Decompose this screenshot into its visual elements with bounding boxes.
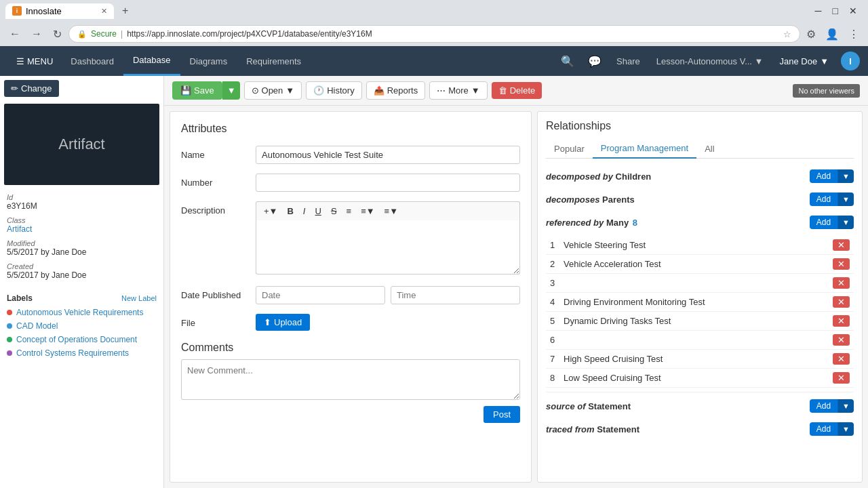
add-parents-dropdown[interactable]: ▼	[837, 192, 854, 206]
tab-popular[interactable]: Popular	[546, 139, 593, 158]
strikethrough-button[interactable]: S	[328, 205, 340, 218]
name-input[interactable]	[256, 146, 520, 164]
remove-item-button[interactable]: ✕	[833, 353, 850, 365]
list-item[interactable]: Control Systems Requirements	[0, 346, 163, 360]
item-number: 5	[550, 316, 561, 326]
reports-button[interactable]: 📤 Reports	[366, 81, 426, 100]
item-number: 6	[550, 335, 561, 345]
label-text: Concept of Operations Document	[16, 335, 137, 344]
description-input[interactable]	[256, 220, 520, 274]
table-row[interactable]: 3 ✕	[546, 274, 854, 293]
label-dot	[7, 350, 12, 356]
add-parents-button[interactable]: Add	[810, 192, 837, 206]
add-children-dropdown[interactable]: ▼	[837, 169, 854, 183]
remove-item-button[interactable]: ✕	[833, 296, 850, 308]
item-number: 3	[550, 278, 561, 288]
nav-requirements[interactable]: Requirements	[237, 46, 311, 76]
remove-item-button[interactable]: ✕	[833, 277, 850, 289]
tab-all[interactable]: All	[696, 139, 722, 158]
reports-icon: 📤	[374, 85, 384, 96]
new-label-button[interactable]: New Label	[121, 294, 157, 302]
align-button[interactable]: ≡▼	[357, 205, 378, 218]
profile-button[interactable]: 👤	[822, 26, 842, 42]
decomposes-section: decomposes Parents Add ▼	[546, 190, 854, 209]
table-row[interactable]: 6 ✕	[546, 331, 854, 350]
table-row[interactable]: 7 High Speed Cruising Test ✕	[546, 350, 854, 369]
date-input[interactable]	[256, 286, 385, 304]
remove-item-button[interactable]: ✕	[833, 315, 850, 327]
open-icon: ⊙	[252, 85, 259, 96]
menu-button[interactable]: ☰ MENU	[8, 46, 61, 76]
italic-button[interactable]: I	[300, 205, 309, 218]
table-row[interactable]: 4 Driving Environment Monitoring Test ✕	[546, 293, 854, 312]
number-input[interactable]	[256, 174, 520, 192]
close-button[interactable]: ✕	[844, 4, 863, 18]
table-row[interactable]: 1 Vehicle Steering Test ✕	[546, 236, 854, 255]
time-input[interactable]	[391, 286, 520, 304]
user-dropdown[interactable]: Jane Doe ▼	[772, 54, 835, 69]
add-source-button[interactable]: Add	[810, 399, 837, 413]
label-text: Autonomous Vehicle Requirements	[16, 308, 143, 317]
add-source-dropdown[interactable]: ▼	[837, 399, 854, 413]
menu-button[interactable]: ⋮	[845, 26, 863, 42]
chevron-down-icon: ▼	[755, 56, 764, 66]
file-field-row: File ⬆ Upload	[181, 314, 520, 331]
table-row[interactable]: 5 Dynamic Driving Tasks Test ✕	[546, 312, 854, 331]
remove-item-button[interactable]: ✕	[833, 372, 850, 384]
list-item[interactable]: Concept of Operations Document	[0, 333, 163, 346]
post-button[interactable]: Post	[484, 406, 520, 423]
search-button[interactable]: 🔍	[555, 52, 580, 70]
address-bar[interactable]: 🔒 Secure | https://app.innoslate.com/pro…	[68, 25, 800, 43]
remove-item-button[interactable]: ✕	[833, 258, 850, 270]
project-dropdown[interactable]: Lesson-Autonomous V... ▼	[650, 54, 770, 69]
delete-button[interactable]: 🗑 Delete	[492, 82, 542, 99]
tab-program-management[interactable]: Program Management	[593, 139, 696, 159]
history-button[interactable]: 🕐 History	[306, 81, 361, 100]
chat-button[interactable]: 💬	[583, 52, 607, 70]
underline-button[interactable]: U	[311, 205, 324, 218]
nav-dashboard[interactable]: Dashboard	[61, 46, 123, 76]
add-traced-dropdown[interactable]: ▼	[837, 422, 854, 436]
remove-item-button[interactable]: ✕	[833, 334, 850, 346]
new-tab-button[interactable]: +	[118, 3, 132, 18]
share-button[interactable]: Share	[610, 54, 647, 69]
item-text: High Speed Cruising Test	[564, 354, 833, 364]
bookmark-icon[interactable]: ☆	[783, 29, 791, 39]
name-label: Name	[181, 146, 256, 160]
browser-tab[interactable]: i Innoslate ✕	[5, 3, 114, 19]
add-children-button[interactable]: Add	[810, 169, 837, 183]
list-button[interactable]: ≡	[343, 205, 355, 218]
indent-button[interactable]: ≡▼	[381, 205, 401, 218]
open-button[interactable]: ⊙ Open ▼	[244, 81, 302, 100]
forward-button[interactable]: →	[27, 26, 46, 41]
refresh-button[interactable]: ↻	[49, 26, 66, 42]
table-row[interactable]: 8 Low Speed Cruising Test ✕	[546, 369, 854, 388]
extensions-button[interactable]: ⚙	[803, 26, 819, 42]
nav-database[interactable]: Database	[123, 46, 180, 76]
minimize-button[interactable]: ─	[810, 4, 827, 18]
tab-close-icon[interactable]: ✕	[101, 7, 107, 16]
add-referenced-dropdown[interactable]: ▼	[837, 216, 854, 229]
save-dropdown-button[interactable]: ▼	[222, 81, 240, 100]
back-button[interactable]: ←	[5, 26, 24, 41]
maximize-button[interactable]: □	[827, 4, 844, 18]
top-nav: ☰ MENU Dashboard Database Diagrams Requi…	[0, 46, 868, 76]
remove-item-button[interactable]: ✕	[833, 239, 850, 251]
add-traced-button[interactable]: Add	[810, 422, 837, 436]
more-button[interactable]: ⋯ More ▼	[429, 81, 488, 100]
tab-favicon: i	[12, 6, 22, 16]
add-referenced-button[interactable]: Add	[810, 216, 837, 229]
no-viewers-badge: No other viewers	[793, 84, 860, 98]
nav-diagrams[interactable]: Diagrams	[180, 46, 237, 76]
list-item[interactable]: CAD Model	[0, 319, 163, 333]
history-icon: 🕐	[313, 85, 324, 96]
class-value[interactable]: Artifact	[7, 224, 157, 234]
list-item[interactable]: Autonomous Vehicle Requirements	[0, 306, 163, 319]
change-button[interactable]: ✏ Change	[4, 80, 59, 97]
bold-button[interactable]: B	[283, 205, 296, 218]
comment-input[interactable]	[181, 359, 520, 400]
upload-button[interactable]: ⬆ Upload	[256, 314, 310, 331]
table-row[interactable]: 2 Vehicle Acceleration Test ✕	[546, 255, 854, 274]
insert-button[interactable]: +▼	[260, 205, 281, 218]
save-button[interactable]: 💾 Save	[172, 81, 222, 100]
